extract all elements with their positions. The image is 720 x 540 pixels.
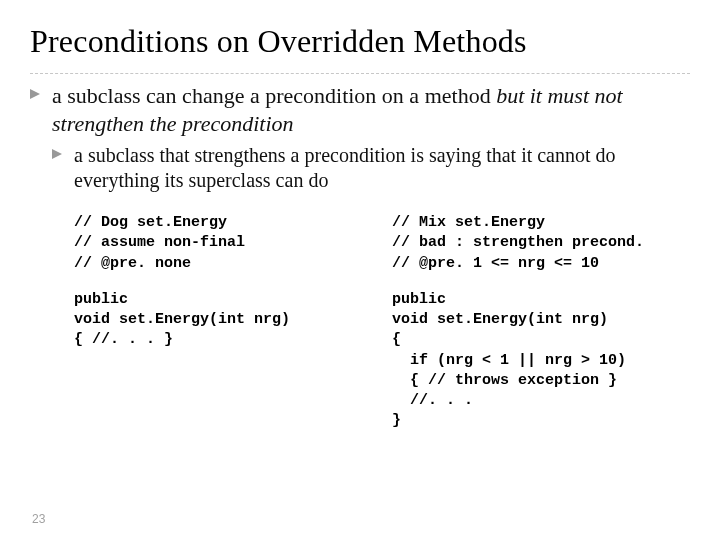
code-right-col: // Mix set.Energy // bad : strengthen pr… xyxy=(392,213,690,448)
bullet-main-prefix: a subclass can change a precondition on … xyxy=(52,83,496,108)
divider xyxy=(30,73,690,74)
code-right-comment: // Mix set.Energy // bad : strengthen pr… xyxy=(392,213,690,274)
code-left-col: // Dog set.Energy // assume non-final //… xyxy=(74,213,372,448)
bullet-list: a subclass can change a precondition on … xyxy=(30,82,690,199)
code-columns: // Dog set.Energy // assume non-final //… xyxy=(30,213,690,448)
code-left-comment: // Dog set.Energy // assume non-final //… xyxy=(74,213,372,274)
slide-title: Preconditions on Overridden Methods xyxy=(30,24,690,59)
sub-bullet-list: a subclass that strengthens a preconditi… xyxy=(52,143,690,193)
slide: Preconditions on Overridden Methods a su… xyxy=(0,0,720,540)
page-number: 23 xyxy=(30,512,690,526)
code-right-body: public void set.Energy(int nrg) { if (nr… xyxy=(392,290,690,432)
bullet-main: a subclass can change a precondition on … xyxy=(30,82,690,193)
code-left-body: public void set.Energy(int nrg) { //. . … xyxy=(74,290,372,351)
sub-bullet: a subclass that strengthens a preconditi… xyxy=(52,143,690,193)
